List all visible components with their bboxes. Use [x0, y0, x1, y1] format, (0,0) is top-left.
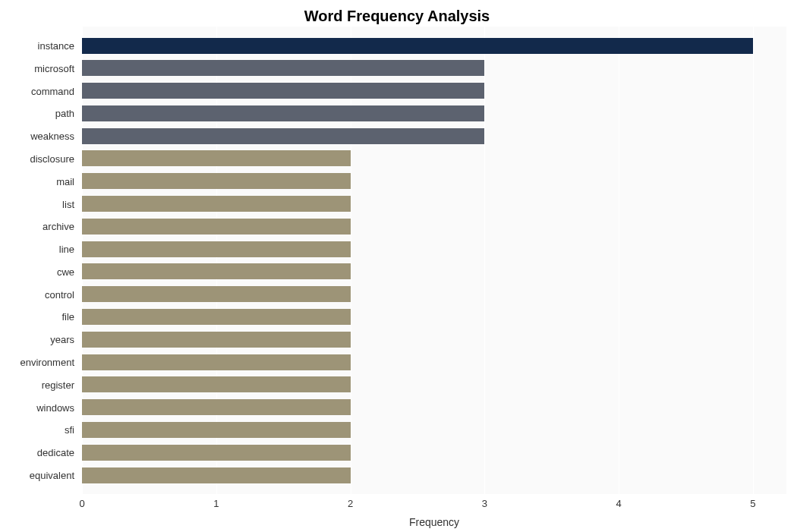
- x-axis-label: Frequency: [409, 516, 459, 528]
- y-tick-label: microsoft: [34, 62, 74, 74]
- y-tick-label: environment: [20, 357, 74, 368]
- y-tick-label: equivalent: [30, 470, 74, 481]
- y-tick-label: dedicate: [37, 447, 74, 458]
- y-tick-label: archive: [43, 221, 74, 232]
- bar-row: [82, 241, 351, 257]
- bar: [82, 83, 484, 99]
- bar: [82, 445, 351, 461]
- y-tick-label: command: [31, 85, 74, 96]
- x-tick-label: 5: [750, 498, 755, 509]
- y-tick-label: sfi: [65, 424, 74, 436]
- x-tick-label: 0: [79, 498, 84, 509]
- y-tick-label: line: [59, 244, 74, 255]
- x-tick-label: 1: [213, 498, 219, 509]
- bar-row: [82, 399, 351, 415]
- bar-row: [82, 467, 351, 483]
- bar-row: [82, 60, 484, 76]
- bar-row: [82, 286, 351, 302]
- bar-row: [82, 309, 351, 325]
- bar: [82, 399, 351, 415]
- x-tick-label: 4: [616, 498, 621, 509]
- bar: [82, 60, 484, 76]
- y-tick-label: mail: [56, 175, 74, 187]
- bar: [82, 219, 351, 235]
- bar-row: [82, 354, 351, 370]
- bar: [82, 332, 351, 348]
- y-tick-label: windows: [36, 401, 74, 413]
- y-tick-label: instance: [38, 40, 74, 52]
- bar-row: [82, 376, 351, 392]
- bar: [82, 128, 484, 144]
- bar-row: [82, 263, 351, 279]
- x-axis: 012345 Frequency: [82, 494, 786, 532]
- bar: [82, 196, 351, 212]
- y-tick-label: path: [55, 108, 74, 119]
- bar-row: [82, 332, 351, 348]
- y-axis-labels: instancemicrosoftcommandpathweaknessdisc…: [0, 27, 78, 494]
- bar: [82, 422, 351, 438]
- y-tick-label: disclosure: [30, 153, 74, 164]
- bar: [82, 241, 351, 257]
- chart-container: Word Frequency Analysis instancemicrosof…: [0, 0, 794, 532]
- bar: [82, 105, 484, 121]
- plot-area: [82, 27, 786, 494]
- bar: [82, 286, 351, 302]
- y-tick-label: control: [45, 288, 74, 300]
- y-tick-label: years: [50, 334, 74, 345]
- x-tick-label: 3: [482, 498, 487, 509]
- bar: [82, 354, 351, 370]
- bar: [82, 467, 351, 483]
- bar-row: [82, 196, 351, 212]
- bar-row: [82, 445, 351, 461]
- bars-container: [82, 27, 786, 494]
- bar: [82, 263, 351, 279]
- y-tick-label: cwe: [57, 266, 74, 277]
- bar-row: [82, 105, 484, 121]
- bar-row: [82, 128, 484, 144]
- bar-row: [82, 219, 351, 235]
- bar: [82, 38, 753, 54]
- bar-row: [82, 83, 484, 99]
- bar-row: [82, 38, 753, 54]
- bar: [82, 173, 351, 189]
- bar: [82, 150, 351, 166]
- bar-row: [82, 173, 351, 189]
- y-tick-label: weakness: [30, 131, 74, 142]
- y-tick-label: list: [62, 198, 74, 209]
- bar-row: [82, 150, 351, 166]
- x-tick-label: 2: [348, 498, 353, 509]
- chart-title: Word Frequency Analysis: [0, 0, 794, 29]
- y-tick-label: file: [61, 311, 74, 323]
- bar: [82, 376, 351, 392]
- bar: [82, 309, 351, 325]
- bar-row: [82, 422, 351, 438]
- y-tick-label: register: [42, 379, 74, 390]
